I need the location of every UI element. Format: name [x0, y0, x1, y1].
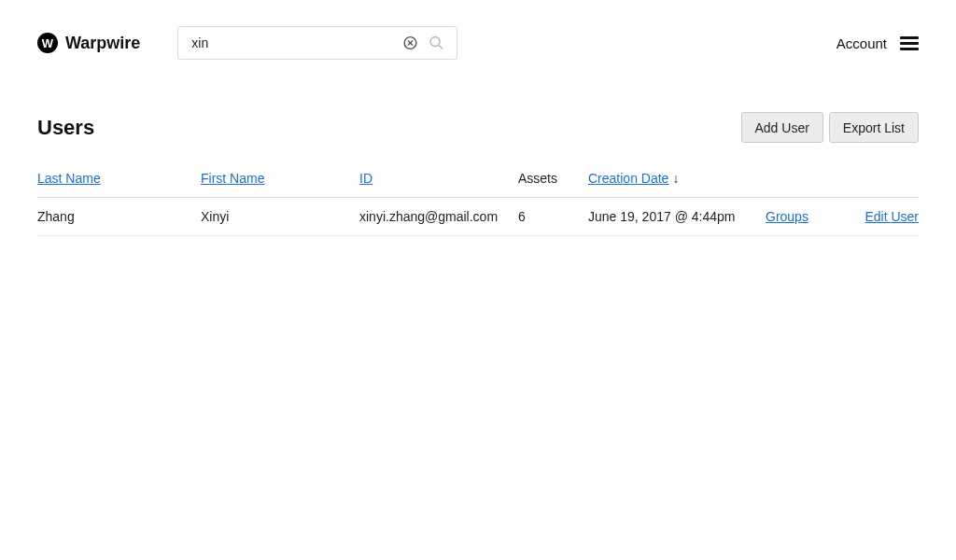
clear-icon[interactable]: [402, 35, 418, 51]
search-icon[interactable]: [429, 35, 444, 51]
col-creation-date[interactable]: Creation Date: [588, 171, 668, 186]
add-user-button[interactable]: Add User: [741, 112, 823, 143]
groups-link[interactable]: Groups: [766, 209, 808, 224]
cell-last-name: Zhang: [37, 209, 75, 224]
logo[interactable]: W Warpwire: [37, 33, 140, 53]
account-link[interactable]: Account: [836, 35, 887, 51]
header-bar: W Warpwire Account: [37, 26, 919, 60]
menu-icon[interactable]: [900, 36, 919, 50]
edit-user-link[interactable]: Edit User: [865, 209, 919, 224]
col-last-name[interactable]: Last Name: [37, 171, 101, 186]
svg-line-4: [439, 45, 443, 49]
export-list-button[interactable]: Export List: [829, 112, 919, 143]
table-header-row: Last Name First Name ID Assets Creation …: [37, 160, 919, 198]
col-first-name[interactable]: First Name: [201, 171, 264, 186]
cell-first-name: Xinyi: [201, 209, 229, 224]
cell-creation-date: June 19, 2017 @ 4:44pm: [588, 209, 735, 224]
cell-id: xinyi.zhang@gmail.com: [359, 209, 498, 224]
cell-assets: 6: [518, 209, 526, 224]
users-table: Last Name First Name ID Assets Creation …: [37, 160, 919, 236]
title-row: Users Add User Export List: [37, 112, 919, 143]
account-area: Account: [836, 35, 919, 51]
col-assets: Assets: [518, 171, 557, 186]
table-row: Zhang Xinyi xinyi.zhang@gmail.com 6 June…: [37, 198, 919, 236]
action-buttons: Add User Export List: [741, 112, 920, 143]
svg-point-3: [430, 37, 440, 47]
logo-mark-icon: W: [37, 33, 58, 53]
page-title: Users: [37, 116, 94, 140]
search-field: [177, 26, 457, 60]
brand-name: Warpwire: [65, 34, 140, 53]
sort-arrow-icon: ↓: [672, 171, 679, 186]
col-id[interactable]: ID: [359, 171, 373, 186]
